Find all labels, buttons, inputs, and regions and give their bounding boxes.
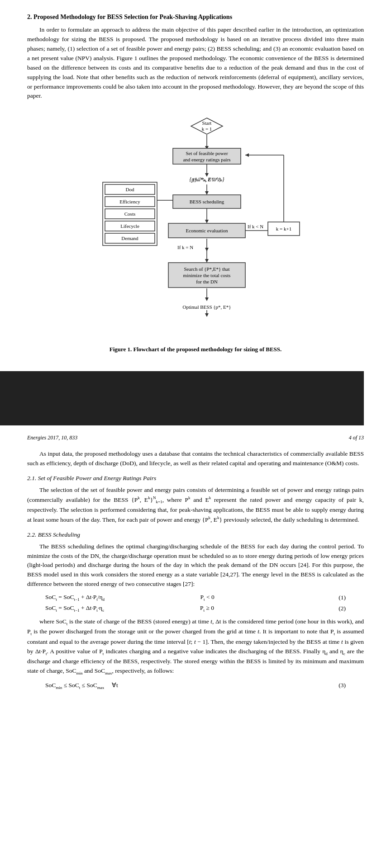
svg-marker-19 [205, 259, 209, 263]
svg-text:Dod: Dod [126, 187, 134, 192]
svg-text:Efficiency: Efficiency [119, 199, 140, 204]
eq3-expression: SoCmin ≤ SoCt ≤ SoCmax ∀t [45, 681, 118, 690]
svg-text:Search of {P*,E*} that: Search of {P*,E*} that [184, 266, 230, 272]
svg-text:Lifecycle: Lifecycle [120, 223, 139, 229]
subsection-1-text: The selection of the set of feasible pow… [27, 486, 364, 524]
eq2-condition: Pt ≥ 0 [200, 604, 236, 613]
svg-text:minimize the total costs: minimize the total costs [183, 273, 231, 278]
eq1-condition: Pt < 0 [200, 594, 237, 602]
figure-label: Figure 1. Flowchart of the proposed meth… [110, 346, 282, 353]
subsection-2-text: The BESS scheduling defines the optimal … [27, 542, 364, 590]
svg-marker-5 [205, 191, 209, 195]
svg-marker-15 [245, 153, 249, 157]
equations-block: SoCt = SoCt−1 + Δt·Pt/ηd Pt < 0 (1) SoCt… [27, 594, 364, 612]
after-eq-text: where SoCt is the state of charge of the… [27, 617, 364, 677]
svg-text:Set of feasible power: Set of feasible power [186, 151, 228, 156]
page2-intro: As input data, the proposed methodology … [27, 449, 364, 468]
svg-text:Economic evaluation: Economic evaluation [186, 228, 228, 233]
svg-marker-7 [205, 220, 209, 223]
svg-text:Costs: Costs [124, 211, 135, 217]
page-header: Energies 2017, 10, 833 4 of 13 [27, 434, 364, 441]
page-number: 4 of 13 [349, 434, 364, 441]
journal-info: Energies 2017, 10, 833 [27, 434, 77, 441]
subsection-2-title: 2.2. BESS Scheduling [27, 531, 364, 538]
svg-text:Demand: Demand [121, 236, 138, 241]
svg-text:for the DN: for the DN [196, 279, 218, 284]
svg-text:If k < N: If k < N [248, 224, 263, 229]
svg-text:If k = N: If k = N [177, 245, 193, 250]
figure-caption: Figure 1. Flowchart of the proposed meth… [110, 346, 282, 353]
eq2-expression: SoCt = SoCt−1 + Δt·Pt·ηc [45, 604, 104, 613]
intro-paragraph: In order to formulate an approach to add… [27, 25, 364, 101]
eq3-number: (3) [332, 682, 346, 689]
flowchart-svg: If k < N k = k+1 If k = N Start k = 1 [73, 110, 318, 340]
svg-text:BESS scheduling: BESS scheduling [190, 199, 224, 204]
subsection-1-title: 2.1. Set of Feasible Power and Energy Ra… [27, 475, 364, 482]
figure-1-area: If k < N k = k+1 If k = N Start k = 1 [27, 110, 364, 353]
equation-2-line: SoCt = SoCt−1 + Δt·Pt·ηc Pt ≥ 0 (2) [27, 604, 364, 613]
eq2-number: (2) [332, 605, 346, 612]
eq1-expression: SoCt = SoCt−1 + Δt·Pt/ηd [45, 594, 105, 602]
dark-separator [0, 371, 364, 425]
svg-text:and energy ratings pairs: and energy ratings pairs [183, 157, 230, 162]
svg-text:Start: Start [202, 120, 212, 126]
section-title: 2. Proposed Methodology for BESS Selecti… [27, 14, 364, 21]
eq1-number: (1) [332, 594, 346, 601]
equation-3-line: SoCmin ≤ SoCt ≤ SoCmax ∀t (3) [27, 681, 364, 690]
svg-text:k = k+1: k = k+1 [276, 226, 291, 231]
svg-text:k = 1: k = 1 [202, 126, 212, 132]
page-1: 2. Proposed Methodology for BESS Selecti… [0, 0, 391, 371]
equation-1-line: SoCt = SoCt−1 + Δt·Pt/ηd Pt < 0 (1) [27, 594, 364, 602]
equation-3-block: SoCmin ≤ SoCt ≤ SoCmax ∀t (3) [27, 681, 364, 690]
svg-marker-21 [205, 297, 209, 301]
page-2: Energies 2017, 10, 833 4 of 13 As input … [0, 425, 391, 708]
svg-marker-42 [205, 313, 209, 317]
svg-text:Optimal BESS {p*, E*}: Optimal BESS {p*, E*} [182, 304, 231, 310]
svg-text:{pⁱₐᵗᵉₐ, Eⁱₐᵗᵉₐ}: {pⁱₐᵗᵉₐ, Eⁱₐᵗᵉₐ} [193, 177, 221, 182]
